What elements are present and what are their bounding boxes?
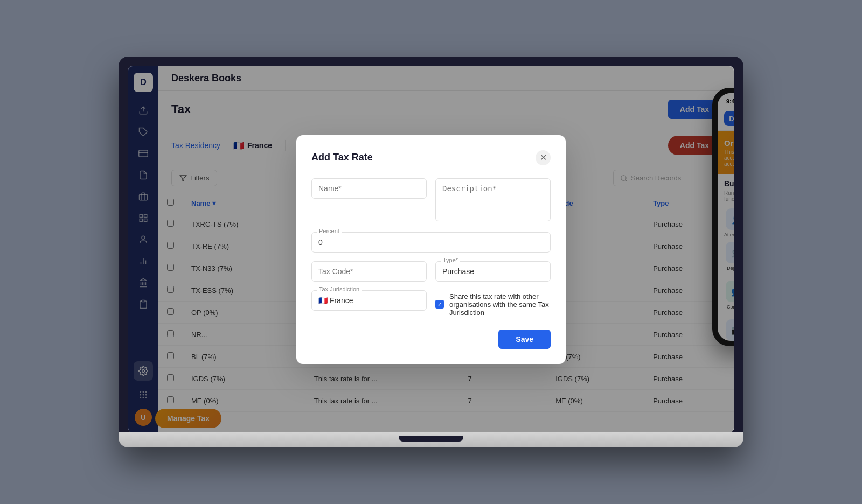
share-label: Share this tax rate with other organisat… <box>449 292 551 317</box>
modal-header: Add Tax Rate ✕ <box>311 150 551 165</box>
type-field-group: Type* Purchase Sales Both <box>435 261 551 282</box>
tax-code-field-group <box>311 261 427 282</box>
share-option-group: ✓ Share this tax rate with other organis… <box>435 290 551 317</box>
modal-title: Add Tax Rate <box>311 152 373 163</box>
modal-footer: Save <box>311 330 551 349</box>
modal-close-button[interactable]: ✕ <box>536 150 551 165</box>
percent-field-group: Percent <box>311 232 551 253</box>
description-field-group <box>435 178 551 223</box>
save-button[interactable]: Save <box>498 330 551 349</box>
percent-input[interactable] <box>311 232 551 253</box>
jurisdiction-label: Tax Jurisdiction <box>317 286 362 292</box>
form-row-1 <box>311 178 551 223</box>
jurisdiction-field-group: Tax Jurisdiction 🇫🇷 France <box>311 290 427 317</box>
type-label: Type* <box>441 257 460 263</box>
share-row: ✓ Share this tax rate with other organis… <box>435 292 551 317</box>
jurisdiction-select[interactable]: 🇫🇷 France <box>311 290 427 311</box>
type-select[interactable]: Purchase Sales Both <box>435 261 551 282</box>
tax-code-input[interactable] <box>311 261 427 282</box>
add-tax-rate-modal: Add Tax Rate ✕ Percent <box>296 135 566 364</box>
form-row-3: Type* Purchase Sales Both <box>311 261 551 282</box>
macbook-notch <box>399 436 463 442</box>
share-checkbox[interactable]: ✓ <box>435 300 444 309</box>
percent-label: Percent <box>317 228 342 234</box>
name-field-group <box>311 178 427 223</box>
form-row-2: Percent <box>311 232 551 253</box>
name-input[interactable] <box>311 178 427 199</box>
modal-overlay: Add Tax Rate ✕ Percent <box>128 66 734 432</box>
description-input[interactable] <box>435 178 551 221</box>
form-row-4: Tax Jurisdiction 🇫🇷 France ✓ Share this … <box>311 290 551 317</box>
macbook-base <box>119 432 743 447</box>
